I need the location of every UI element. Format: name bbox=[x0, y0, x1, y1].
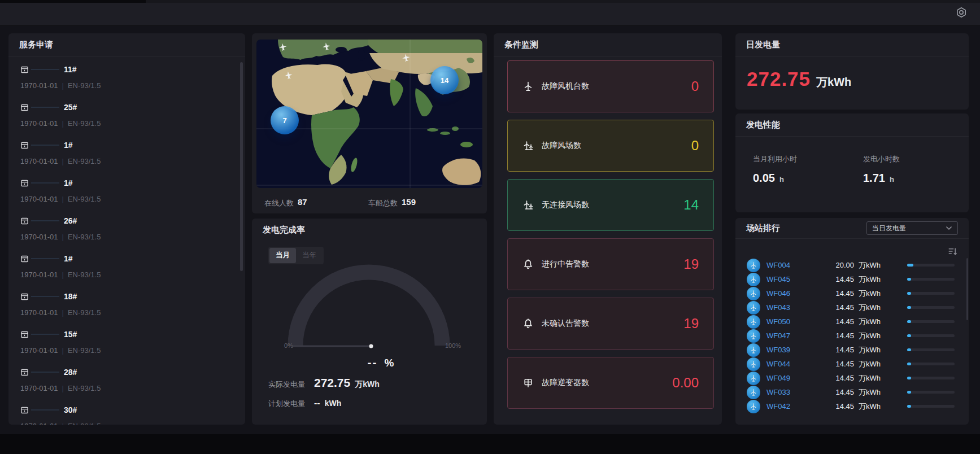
daily-value-number: 272.75 bbox=[747, 68, 811, 90]
condition-card[interactable]: 进行中告警数19 bbox=[507, 238, 714, 290]
gauge-max-label: 100% bbox=[445, 342, 461, 349]
separator: | bbox=[62, 270, 64, 279]
service-list-item[interactable]: 26#1970-01-01|EN-93/1.5 bbox=[8, 208, 239, 246]
service-list-item[interactable]: 11#1970-01-01|EN-93/1.5 bbox=[8, 56, 239, 94]
condition-card[interactable]: 故障风场数0 bbox=[507, 120, 714, 172]
condition-card-value: 19 bbox=[683, 256, 699, 272]
service-item-model: EN-93/1.5 bbox=[68, 81, 101, 90]
wind-turbine-icon bbox=[522, 81, 534, 92]
plane-icon[interactable] bbox=[321, 41, 333, 53]
ranking-row[interactable]: WF05014.45万kWh bbox=[735, 315, 969, 329]
daily-panel-header: 日发电量 bbox=[735, 33, 969, 56]
map-cluster-marker[interactable]: 7 bbox=[271, 106, 299, 134]
wind-farm-badge-icon bbox=[747, 315, 760, 329]
progress-track bbox=[907, 320, 955, 323]
service-item-code: 1# bbox=[64, 254, 73, 263]
world-map-panel: 714 在线人数 87 车船总数 159 bbox=[252, 33, 487, 213]
service-panel-header: 服务申请 bbox=[8, 33, 245, 56]
wind-farm-badge-icon bbox=[747, 301, 760, 315]
station-value-unit: 万kWh bbox=[859, 401, 888, 412]
settings-gear-icon[interactable] bbox=[955, 6, 968, 19]
station-name-link[interactable]: WF042 bbox=[766, 402, 820, 411]
station-name-link[interactable]: WF033 bbox=[766, 388, 820, 396]
station-name-link[interactable]: WF039 bbox=[766, 346, 820, 354]
ranking-row[interactable]: WF04914.45万kWh bbox=[735, 371, 969, 385]
perf-panel-title: 发电性能 bbox=[746, 120, 780, 130]
map-cluster-marker[interactable]: 14 bbox=[430, 66, 459, 94]
station-name-link[interactable]: WF050 bbox=[766, 317, 820, 326]
station-name-link[interactable]: WF043 bbox=[766, 303, 820, 312]
wind-farm-badge-icon bbox=[747, 273, 760, 286]
perf-panel-header: 发电性能 bbox=[735, 114, 969, 137]
tab-current-month[interactable]: 当月 bbox=[269, 248, 296, 263]
ranking-row[interactable]: WF03314.45万kWh bbox=[735, 385, 969, 399]
station-name-link[interactable]: WF045 bbox=[766, 275, 820, 283]
condition-card-value: 0 bbox=[691, 138, 699, 154]
ranking-row[interactable]: WF04314.45万kWh bbox=[735, 300, 969, 315]
ranking-row[interactable]: WF04214.45万kWh bbox=[735, 399, 969, 413]
progress-fill bbox=[907, 363, 911, 365]
condition-card[interactable]: 无连接风场数14 bbox=[507, 179, 714, 231]
calendar-icon bbox=[20, 406, 29, 414]
separator: | bbox=[62, 308, 64, 317]
ranking-row[interactable]: WF04514.45万kWh bbox=[735, 272, 969, 286]
condition-card-label: 故障风机台数 bbox=[542, 81, 589, 91]
service-list-scrollbar[interactable] bbox=[240, 62, 243, 271]
service-item-model: EN-93/1.5 bbox=[68, 270, 101, 279]
station-name-link[interactable]: WF004 bbox=[766, 261, 820, 269]
ranking-row[interactable]: WF00420.00万kWh bbox=[735, 258, 969, 272]
condition-card-value: 0.00 bbox=[672, 375, 699, 391]
ranking-row[interactable]: WF03914.45万kWh bbox=[735, 343, 969, 357]
service-list-item[interactable]: 18#1970-01-01|EN-93/1.5 bbox=[8, 283, 239, 321]
station-name-link[interactable]: WF047 bbox=[766, 331, 820, 340]
progress-track bbox=[907, 334, 955, 337]
station-name-link[interactable]: WF044 bbox=[766, 360, 820, 368]
ranking-list-scrollbar[interactable] bbox=[966, 258, 968, 320]
service-item-title-row: 30# bbox=[20, 405, 239, 414]
separator: | bbox=[62, 81, 64, 90]
plane-icon[interactable] bbox=[277, 42, 289, 54]
service-list-item[interactable]: 30#1970-01-01|EN-93/1.5 bbox=[8, 397, 239, 425]
service-item-model: EN-93/1.5 bbox=[68, 119, 101, 128]
service-list-item[interactable]: 28#1970-01-01|EN-93/1.5 bbox=[8, 359, 239, 397]
wind-farm-badge-icon bbox=[747, 357, 760, 371]
placeholder-line bbox=[31, 220, 59, 221]
progress-track bbox=[907, 278, 955, 281]
condition-card[interactable]: 故障逆变器数0.00 bbox=[507, 357, 714, 409]
ranking-row[interactable]: WF04714.45万kWh bbox=[735, 329, 969, 343]
service-list-item[interactable]: 25#1970-01-01|EN-93/1.5 bbox=[8, 94, 239, 132]
condition-card[interactable]: 未确认告警数19 bbox=[507, 298, 714, 350]
progress-track bbox=[907, 292, 955, 295]
service-item-date: 1970-01-01 bbox=[20, 346, 58, 355]
planned-generation-unit: kWh bbox=[325, 399, 342, 408]
actual-generation-value: 272.75 bbox=[314, 376, 350, 390]
service-list-item[interactable]: 15#1970-01-01|EN-93/1.5 bbox=[8, 321, 239, 359]
alarm-bell-icon bbox=[522, 318, 534, 329]
progress-fill bbox=[907, 306, 911, 309]
calendar-icon bbox=[20, 330, 29, 339]
sort-descending-icon[interactable] bbox=[948, 247, 957, 256]
calendar-icon bbox=[20, 103, 29, 112]
progress-fill bbox=[907, 278, 911, 281]
utilization-hours-unit: h bbox=[779, 175, 784, 184]
world-map[interactable]: 714 bbox=[256, 40, 482, 188]
service-item-title-row: 15# bbox=[20, 330, 239, 339]
ranking-metric-dropdown[interactable]: 当日发电量 bbox=[866, 221, 958, 235]
station-name-link[interactable]: WF046 bbox=[766, 289, 820, 298]
service-item-meta-row: 1970-01-01|EN-93/1.5 bbox=[20, 270, 239, 279]
tab-current-year[interactable]: 当年 bbox=[296, 248, 323, 263]
plane-icon[interactable] bbox=[283, 70, 295, 82]
ranking-row[interactable]: WF04614.45万kWh bbox=[735, 286, 969, 300]
wind-farm-icon bbox=[522, 199, 534, 211]
progress-fill bbox=[907, 292, 911, 295]
service-list-item[interactable]: 1#1970-01-01|EN-93/1.5 bbox=[8, 132, 239, 170]
service-list-item[interactable]: 1#1970-01-01|EN-93/1.5 bbox=[8, 246, 239, 283]
condition-card[interactable]: 故障风机台数0 bbox=[507, 60, 714, 112]
ranking-row[interactable]: WF04414.45万kWh bbox=[735, 357, 969, 371]
service-item-date: 1970-01-01 bbox=[20, 81, 58, 90]
generation-hours-stat: 发电小时数 1.71 h bbox=[863, 154, 900, 185]
service-list-item[interactable]: 1#1970-01-01|EN-93/1.5 bbox=[8, 170, 239, 208]
plane-icon[interactable] bbox=[400, 53, 412, 64]
station-value-unit: 万kWh bbox=[859, 331, 888, 341]
station-name-link[interactable]: WF049 bbox=[766, 374, 820, 382]
